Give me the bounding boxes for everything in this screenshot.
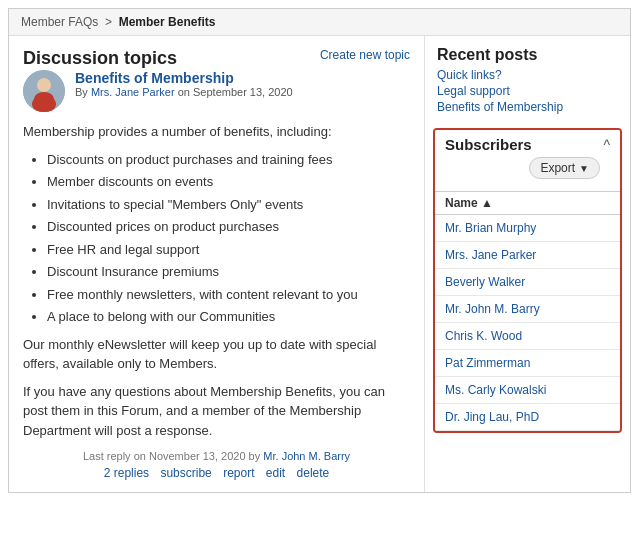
subscriber-row[interactable]: Mr. John M. Barry bbox=[435, 296, 620, 323]
subscriber-row[interactable]: Ms. Carly Kowalski bbox=[435, 377, 620, 404]
left-panel: Discussion topics Create new topic Benef… bbox=[9, 36, 425, 492]
benefit-item: Invitations to special "Members Only" ev… bbox=[47, 195, 410, 215]
subscribers-box: Subscribers ^ Export ▼ Name ▲ Mr. Brian … bbox=[433, 128, 622, 433]
subscriber-row[interactable]: Mr. Brian Murphy bbox=[435, 215, 620, 242]
topic-intro: Membership provides a number of benefits… bbox=[23, 122, 410, 142]
subscribe-link[interactable]: subscribe bbox=[160, 466, 211, 480]
svg-point-1 bbox=[37, 78, 51, 92]
dropdown-arrow-icon: ▼ bbox=[579, 163, 589, 174]
recent-link-0[interactable]: Quick links? bbox=[437, 68, 618, 82]
benefit-item: Member discounts on events bbox=[47, 172, 410, 192]
subscriber-row[interactable]: Mrs. Jane Parker bbox=[435, 242, 620, 269]
subscribers-title: Subscribers bbox=[445, 136, 532, 153]
footer-author-link[interactable]: Mr. John M. Barry bbox=[263, 450, 350, 462]
benefit-item: Discounted prices on product purchases bbox=[47, 217, 410, 237]
breadcrumb: Member FAQs > Member Benefits bbox=[9, 9, 630, 36]
benefit-item: Free monthly newsletters, with content r… bbox=[47, 285, 410, 305]
benefit-item: A place to belong with our Communities bbox=[47, 307, 410, 327]
subscriber-row[interactable]: Chris K. Wood bbox=[435, 323, 620, 350]
subscriber-row[interactable]: Beverly Walker bbox=[435, 269, 620, 296]
topic-meta: Benefits of Membership By Mrs. Jane Park… bbox=[75, 70, 293, 98]
topic-paragraph1: Our monthly eNewsletter will keep you up… bbox=[23, 335, 410, 374]
benefits-list: Discounts on product purchases and train… bbox=[47, 150, 410, 327]
subscriber-row[interactable]: Pat Zimmerman bbox=[435, 350, 620, 377]
export-button[interactable]: Export ▼ bbox=[529, 157, 600, 179]
topic-author: By Mrs. Jane Parker on September 13, 202… bbox=[75, 86, 293, 98]
subscribers-col-header: Name ▲ bbox=[435, 191, 620, 215]
chevron-up-icon[interactable]: ^ bbox=[603, 137, 610, 153]
right-panel: Recent posts Quick links? Legal support … bbox=[425, 36, 630, 492]
avatar bbox=[23, 70, 65, 112]
recent-links: Quick links? Legal support Benefits of M… bbox=[425, 68, 630, 124]
delete-link[interactable]: delete bbox=[297, 466, 330, 480]
topic-title-link[interactable]: Benefits of Membership bbox=[75, 70, 293, 86]
create-new-topic-link[interactable]: Create new topic bbox=[320, 48, 410, 62]
breadcrumb-parent[interactable]: Member FAQs bbox=[21, 15, 98, 29]
edit-link[interactable]: edit bbox=[266, 466, 285, 480]
topic-paragraph2: If you have any questions about Membersh… bbox=[23, 382, 410, 441]
topic-author-link[interactable]: Mrs. Jane Parker bbox=[91, 86, 175, 98]
topic-actions: 2 replies subscribe report edit delete bbox=[23, 466, 410, 480]
benefit-item: Discount Insurance premiums bbox=[47, 262, 410, 282]
replies-link[interactable]: 2 replies bbox=[104, 466, 149, 480]
section-title: Discussion topics bbox=[23, 48, 177, 68]
subscribers-title-bar: Subscribers ^ bbox=[435, 130, 620, 157]
svg-point-3 bbox=[34, 92, 54, 106]
topic-header: Benefits of Membership By Mrs. Jane Park… bbox=[23, 70, 410, 112]
report-link[interactable]: report bbox=[223, 466, 254, 480]
topic-body: Membership provides a number of benefits… bbox=[23, 122, 410, 440]
recent-link-2[interactable]: Benefits of Membership bbox=[437, 100, 618, 114]
breadcrumb-current: Member Benefits bbox=[119, 15, 216, 29]
subscriber-row[interactable]: Dr. Jing Lau, PhD bbox=[435, 404, 620, 431]
benefit-item: Free HR and legal support bbox=[47, 240, 410, 260]
topic-footer: Last reply on November 13, 2020 by Mr. J… bbox=[23, 450, 410, 462]
benefit-item: Discounts on product purchases and train… bbox=[47, 150, 410, 170]
recent-link-1[interactable]: Legal support bbox=[437, 84, 618, 98]
recent-posts-title: Recent posts bbox=[425, 36, 630, 68]
